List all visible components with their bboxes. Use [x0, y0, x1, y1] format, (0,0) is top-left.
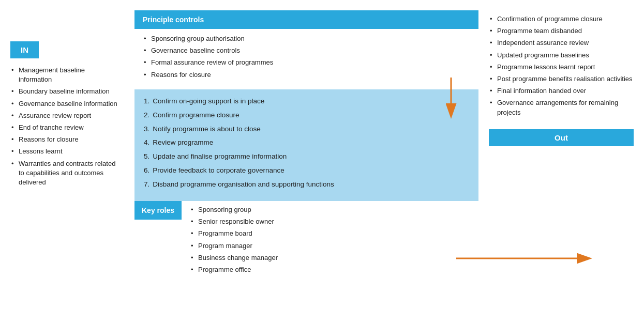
list-item: Reasons for closure — [143, 70, 470, 80]
list-item: Post programme benefits realisation acti… — [489, 74, 634, 84]
list-item: 1.Confirm on-going support is in place — [144, 97, 469, 106]
principle-controls-section: Principle controls Sponsoring group auth… — [134, 10, 478, 89]
list-item: Business change manager — [190, 253, 278, 263]
list-item: Program manager — [190, 241, 278, 251]
list-item: 5.Update and finalise programme informat… — [144, 152, 469, 162]
list-item: Sponsoring group authorisation — [143, 34, 470, 43]
list-item: Warranties and contracts related to capa… — [10, 159, 119, 188]
step-text: Provide feedback to corporate governance — [153, 166, 284, 174]
list-item: End of tranche review — [10, 123, 119, 132]
in-list: Management baseline informationBoundary … — [10, 66, 119, 187]
principle-controls-list: Sponsoring group authorisationGovernance… — [143, 34, 470, 80]
step-number: 3. — [144, 125, 149, 133]
list-item: Sponsoring group — [190, 205, 278, 214]
left-column: IN Management baseline informationBounda… — [10, 10, 119, 190]
list-item: Senior responsible owner — [190, 217, 278, 226]
list-item: Confirmation of programme closure — [489, 14, 634, 24]
principle-controls-body: Sponsoring group authorisationGovernance… — [134, 29, 478, 89]
list-item: Management baseline information — [10, 66, 119, 84]
list-item: Lessons learnt — [10, 147, 119, 156]
step-text: Disband programme organisation and suppo… — [153, 180, 334, 188]
step-number: 1. — [144, 97, 149, 105]
list-item: 6.Provide feedback to corporate governan… — [144, 166, 469, 176]
list-item: Programme office — [190, 265, 278, 274]
key-roles-list: Sponsoring groupSenior responsible owner… — [190, 205, 278, 274]
steps-list: 1.Confirm on-going support is in place2.… — [144, 97, 469, 190]
list-item: Updated programme baselines — [489, 51, 634, 60]
step-number: 7. — [144, 180, 149, 188]
list-item: Programme board — [190, 229, 278, 238]
out-label: Out — [489, 129, 634, 146]
list-item: Governance baseline information — [10, 99, 119, 109]
list-item: Governance baseline controls — [143, 46, 470, 55]
step-text: Confirm programme closure — [153, 111, 239, 119]
step-text: Review programme — [153, 138, 213, 146]
right-column: Confirmation of programme closureProgram… — [489, 10, 634, 146]
step-text: Confirm on-going support is in place — [153, 97, 264, 105]
steps-box: 1.Confirm on-going support is in place2.… — [134, 89, 478, 201]
out-list: Confirmation of programme closureProgram… — [489, 14, 634, 117]
list-item: Final information handed over — [489, 86, 634, 96]
in-label: IN — [10, 41, 39, 58]
principle-controls-header: Principle controls — [134, 10, 478, 29]
middle-column: Principle controls Sponsoring group auth… — [134, 10, 478, 281]
list-item: Assurance review report — [10, 111, 119, 120]
step-text: Update and finalise programme informatio… — [153, 152, 287, 160]
list-item: Programme lessons learnt report — [489, 63, 634, 72]
list-item: Governance arrangements for remaining pr… — [489, 98, 634, 117]
list-item: Formal assurance review of programmes — [143, 58, 470, 67]
key-roles-list-wrap: Sponsoring groupSenior responsible owner… — [182, 201, 286, 281]
out-items-container: Confirmation of programme closureProgram… — [489, 10, 634, 127]
step-number: 2. — [144, 111, 149, 119]
key-roles-section: Key roles Sponsoring groupSenior respons… — [134, 201, 478, 281]
list-item: 7.Disband programme organisation and sup… — [144, 180, 469, 190]
step-number: 6. — [144, 166, 149, 174]
list-item: Reasons for closure — [10, 135, 119, 144]
list-item: Programme team disbanded — [489, 26, 634, 36]
step-number: 5. — [144, 152, 149, 160]
list-item: 2.Confirm programme closure — [144, 111, 469, 120]
list-item: Independent assurance review — [489, 38, 634, 48]
list-item: 3.Notify programme is about to close — [144, 125, 469, 134]
key-roles-label: Key roles — [134, 201, 182, 220]
list-item: Boundary baseline information — [10, 87, 119, 96]
step-text: Notify programme is about to close — [153, 125, 261, 133]
list-item: 4.Review programme — [144, 138, 469, 148]
step-number: 4. — [144, 138, 149, 146]
